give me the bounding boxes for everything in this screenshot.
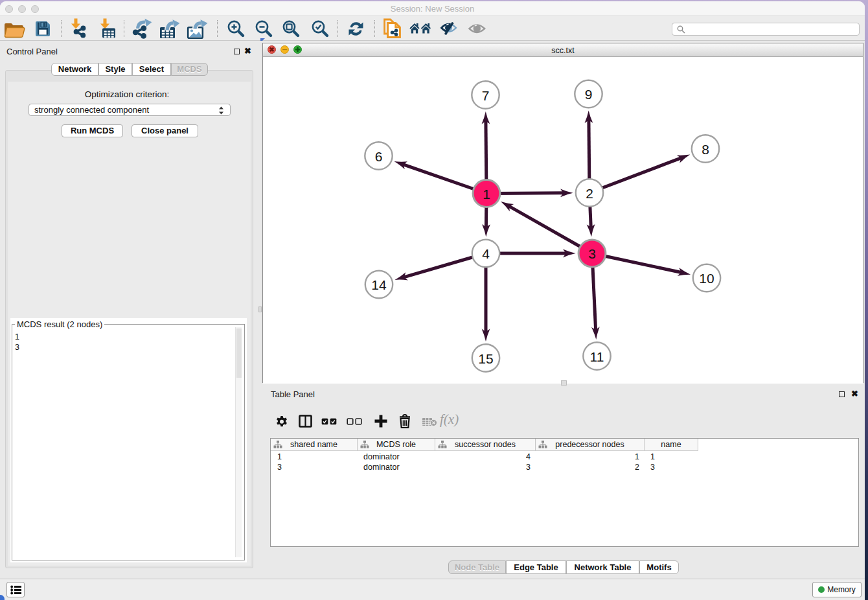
- svg-text:4: 4: [482, 246, 490, 261]
- svg-text:9: 9: [585, 87, 593, 102]
- svg-text:2: 2: [586, 186, 593, 201]
- svg-text:11: 11: [590, 349, 604, 364]
- svg-text:10: 10: [699, 271, 714, 286]
- svg-text:14: 14: [371, 277, 387, 292]
- svg-text:7: 7: [482, 88, 490, 103]
- svg-text:1: 1: [483, 187, 490, 202]
- svg-text:3: 3: [588, 246, 596, 261]
- svg-text:8: 8: [702, 142, 709, 157]
- svg-text:6: 6: [375, 149, 383, 164]
- svg-text:15: 15: [478, 351, 493, 366]
